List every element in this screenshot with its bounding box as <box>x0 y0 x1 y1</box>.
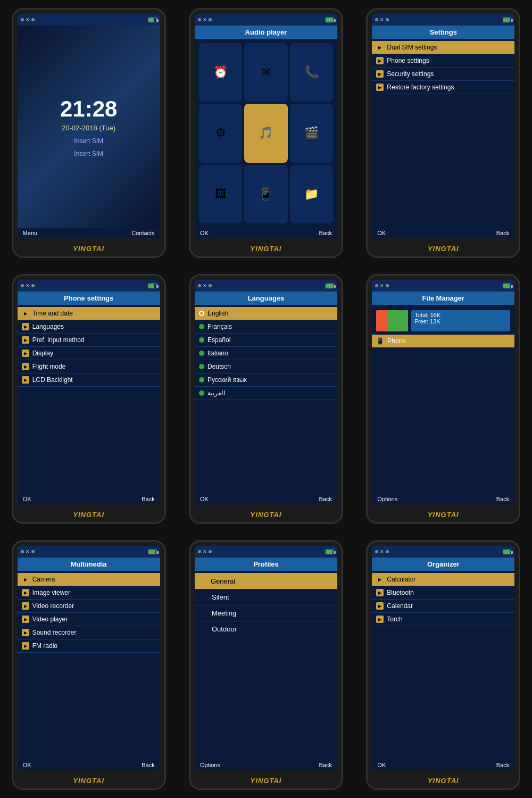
softkey-left-8[interactable]: Options <box>200 762 220 768</box>
phone-1: ✕ 21:28 20-02-2018 (Tue) Insert SIM Inse… <box>12 8 166 258</box>
menu-item-label-1: Phone settings <box>387 57 429 64</box>
menu-item-1[interactable]: ▶Image viewer <box>18 586 160 600</box>
lang-item-0[interactable]: English <box>195 307 337 320</box>
softkey-left-6[interactable]: Options <box>377 496 397 502</box>
lang-content-5: EnglishFrançaisEspañolItalianoDeutschРус… <box>195 305 337 494</box>
app-icon-settings[interactable]: ⚙ <box>199 104 242 162</box>
softkey-left-2[interactable]: OK <box>200 230 209 236</box>
wifi-icon-2 <box>209 18 212 21</box>
softkey-left-7[interactable]: OK <box>23 762 31 768</box>
menu-item-1[interactable]: ▶Bluetooth <box>372 586 514 600</box>
mute-icon-3: ✕ <box>380 17 384 22</box>
menu-content-4: ▶Time and date▶Languages▶Pref. input met… <box>18 305 160 494</box>
battery-icon-3 <box>503 18 511 22</box>
battery-icon-2 <box>326 18 334 22</box>
menu-item-4[interactable]: ▶Sound recorder <box>18 626 160 639</box>
app-icon-folder[interactable]: 📁 <box>290 165 333 223</box>
wifi-icon-6 <box>386 284 389 287</box>
menu-item-1[interactable]: ▶Phone settings <box>372 54 514 68</box>
softkey-right-7[interactable]: Back <box>142 762 154 768</box>
lang-label-3: Italiano <box>207 350 228 357</box>
status-bar-8: ✕ <box>195 546 337 558</box>
softkey-right-8[interactable]: Back <box>319 762 332 768</box>
app-icon-phone[interactable]: 📱 <box>244 165 287 223</box>
softkey-left-1[interactable]: Menu <box>23 230 38 236</box>
lang-item-6[interactable]: العربية <box>195 387 337 400</box>
lang-label-4: Deutsch <box>207 363 231 370</box>
softkey-right-4[interactable]: Back <box>142 496 154 502</box>
menu-item-1[interactable]: ▶Languages <box>18 320 160 334</box>
lang-item-2[interactable]: Español <box>195 334 337 347</box>
mute-icon-7: ✕ <box>26 549 30 554</box>
lang-item-1[interactable]: Français <box>195 320 337 334</box>
arrow-icon-4: ▶ <box>22 363 29 370</box>
menu-item-0[interactable]: ▶Time and date <box>18 307 160 320</box>
wifi-icon <box>31 18 35 21</box>
battery-icon-9 <box>503 550 511 554</box>
menu-item-4[interactable]: ▶Flight mode <box>18 360 160 373</box>
signal-icon-7 <box>21 550 24 553</box>
screen-title-3: Settings <box>372 26 514 39</box>
status-bar-1: ✕ <box>18 14 160 26</box>
brand-text-3: YINGTAI <box>428 245 459 253</box>
phone-file-item[interactable]: 📱 Phone <box>372 335 514 347</box>
menu-item-0[interactable]: ▶Calculator <box>372 573 514 586</box>
menu-item-2[interactable]: ▶Video recorder <box>18 600 160 613</box>
app-icon-gallery[interactable]: 🖼 <box>199 165 242 223</box>
screen-8: ✕ Profiles ✓GeneralSilentMeetingOutdoor … <box>195 546 337 770</box>
menu-item-2[interactable]: ▶Pref. input method <box>18 334 160 347</box>
phone-cell-3: ✕ Settings ▶Dual SIM settings▶Phone sett… <box>355 0 532 266</box>
app-icon-call[interactable]: 📞 <box>290 43 333 102</box>
menu-item-5[interactable]: ▶FM radio <box>18 639 160 653</box>
lang-item-3[interactable]: Italiano <box>195 347 337 360</box>
softkey-right-1[interactable]: Contacts <box>131 230 154 236</box>
profile-item-1[interactable]: Silent <box>195 589 337 605</box>
lang-item-4[interactable]: Deutsch <box>195 360 337 373</box>
lockscreen-content: 21:28 20-02-2018 (Tue) Insert SIM Insert… <box>18 26 160 228</box>
profile-item-2[interactable]: Meeting <box>195 605 337 621</box>
softkey-right-2[interactable]: Back <box>319 230 332 236</box>
screen-2: ✕ Audio player ⏰ ✉ 📞 ⚙ 🎵 🎬 🖼 📱 📁 <box>195 14 337 238</box>
profile-item-3[interactable]: Outdoor <box>195 621 337 637</box>
brand-text-4: YINGTAI <box>73 511 104 519</box>
softkey-left-3[interactable]: OK <box>377 230 386 236</box>
lang-item-5[interactable]: Русский язык <box>195 373 337 387</box>
screen-title-5: Languages <box>195 292 337 305</box>
menu-content-3: ▶Dual SIM settings▶Phone settings▶Securi… <box>372 39 514 228</box>
signal-icon-1 <box>21 18 24 21</box>
menu-item-3[interactable]: ▶Restore factory settings <box>372 81 514 94</box>
softkey-left-9[interactable]: OK <box>377 762 386 768</box>
wifi-icon-9 <box>386 550 389 553</box>
brand-4: YINGTAI <box>13 506 164 522</box>
app-icon-music[interactable]: 🎵 <box>244 104 287 162</box>
menu-item-0[interactable]: ▶Camera <box>18 573 160 586</box>
softkey-right-6[interactable]: Back <box>496 496 509 502</box>
menu-item-3[interactable]: ▶Torch <box>372 613 514 626</box>
arrow-icon-0: ▶ <box>376 576 384 583</box>
menu-item-2[interactable]: ▶Security settings <box>372 68 514 81</box>
menu-item-3[interactable]: ▶Video player <box>18 613 160 626</box>
softkey-left-5[interactable]: OK <box>200 496 209 502</box>
brand-text-6: YINGTAI <box>428 511 459 519</box>
arrow-icon-2: ▶ <box>22 336 29 344</box>
profile-item-0[interactable]: ✓General <box>195 573 337 589</box>
app-icon-video[interactable]: 🎬 <box>290 104 333 162</box>
menu-item-0[interactable]: ▶Dual SIM settings <box>372 41 514 54</box>
lang-dot-6 <box>199 390 204 396</box>
softkey-right-5[interactable]: Back <box>319 496 332 502</box>
app-icon-clock[interactable]: ⏰ <box>199 43 242 102</box>
phone-cell-1: ✕ 21:28 20-02-2018 (Tue) Insert SIM Inse… <box>0 0 177 266</box>
menu-item-3[interactable]: ▶Display <box>18 347 160 360</box>
menu-item-5[interactable]: ▶LCD Backlight <box>18 373 160 387</box>
softkey-right-9[interactable]: Back <box>496 762 509 768</box>
phone-5: ✕ Languages EnglishFrançaisEspañolItalia… <box>189 274 343 524</box>
softkey-left-4[interactable]: OK <box>23 496 31 502</box>
brand-7: YINGTAI <box>13 772 164 788</box>
app-icon-message[interactable]: ✉ <box>244 43 287 102</box>
filemanager-content: Total: 16K Free: 13K 📱 Phone <box>372 305 514 494</box>
menu-item-label-1: Image viewer <box>32 589 70 596</box>
softkey-right-3[interactable]: Back <box>496 230 509 236</box>
brand-text-9: YINGTAI <box>428 777 459 785</box>
menu-item-2[interactable]: ▶Calendar <box>372 600 514 613</box>
menu-item-label-4: Sound recorder <box>32 629 77 636</box>
